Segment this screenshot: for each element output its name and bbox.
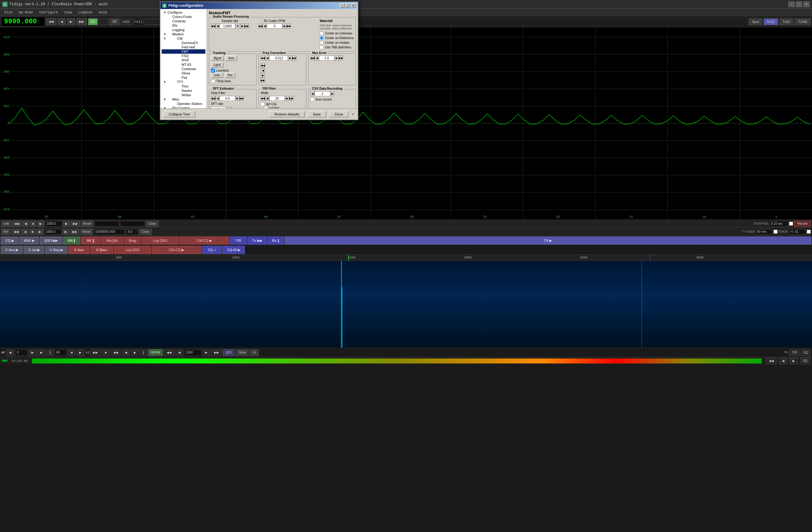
next3-btn[interactable]: ▶▶ (71, 221, 80, 227)
fc-prev-prev[interactable]: ◀◀ (261, 56, 265, 60)
tree-psk[interactable]: Psk (162, 75, 205, 80)
brag-button[interactable]: Brag (125, 236, 141, 245)
cqid-button[interactable]: CQ-ID ▶ (222, 246, 245, 254)
lgnd-button[interactable]: Lgnd (211, 62, 223, 67)
tree-fsq[interactable]: FSQ (162, 54, 205, 58)
tr-button[interactable]: T/R (230, 236, 247, 245)
wf-ff-btn[interactable]: ▶▶ (90, 349, 101, 356)
cincr-button[interactable]: C Incr (68, 246, 90, 254)
menu-view[interactable]: View (61, 10, 75, 15)
sample-rate-prev-prev[interactable]: ◀◀ (211, 24, 215, 29)
rx-text-1[interactable] (94, 221, 119, 227)
unln-button[interactable]: Unln (211, 73, 223, 78)
collapse-tree-button[interactable]: Collapse Tree (163, 111, 195, 117)
interval-input[interactable] (769, 221, 788, 227)
clear-btn-2[interactable]: Clear (139, 229, 152, 235)
call-input[interactable] (121, 19, 133, 25)
toolbar-btn4[interactable]: ▶▶ (76, 18, 87, 25)
df-prev[interactable]: ◀ (215, 96, 220, 101)
wf-freq-prev-btn[interactable]: ◀◀ (164, 349, 174, 356)
tx-button[interactable]: Tx ▶▶ (248, 236, 267, 245)
wf-play-btn[interactable]: ▶ (38, 349, 46, 356)
minimize-button[interactable]: ─ (788, 2, 795, 7)
unk-mode-btn[interactable]: Unk (1, 221, 11, 227)
status-nav-2[interactable]: ◀ (779, 358, 787, 364)
close-button[interactable]: ✕ (803, 2, 810, 7)
cq-plus-button[interactable]: CQ + (202, 246, 222, 254)
norm-button[interactable]: NORM (148, 349, 163, 356)
spot-button[interactable]: Spot (749, 18, 763, 25)
csv-prev[interactable]: ◀ (310, 91, 315, 96)
df-prev-prev[interactable]: ◀◀ (211, 96, 215, 101)
rx-freq-input-2[interactable] (44, 229, 61, 235)
record-btn[interactable]: Record (794, 221, 811, 227)
menu-help[interactable]: Help (96, 10, 110, 15)
prev-prev-btn[interactable]: ◀◀ (12, 221, 21, 227)
stop-btn-2[interactable]: ■ (29, 229, 36, 235)
prev-prev-btn-2[interactable]: ◀◀ (12, 229, 21, 235)
thick-lines-input[interactable] (211, 79, 215, 83)
ans-button[interactable]: ANS ▶ (19, 236, 39, 245)
tree-configure[interactable]: ▼ Configure (162, 10, 205, 15)
rx-text-2[interactable] (120, 221, 145, 227)
fw-next[interactable]: ▶ (285, 96, 289, 101)
save-button[interactable]: Save (308, 111, 326, 117)
wf-freq-input[interactable] (184, 349, 201, 356)
dialog-maximize-btn[interactable]: □ (345, 3, 350, 8)
tree-wefax[interactable]: Wefax (162, 93, 205, 97)
close-dialog-button[interactable]: Close (329, 111, 348, 117)
wf-stop-btn[interactable]: ■ (68, 349, 75, 356)
fc-prev[interactable]: ◀ (265, 56, 269, 60)
tree-modem[interactable]: ▼ Modem (162, 32, 205, 36)
prev-btn-2[interactable]: ◀ (22, 229, 29, 235)
fc-arrow-4[interactable]: ▶▶ (261, 78, 265, 83)
lk-button[interactable]: Lk (250, 349, 259, 356)
sk-button[interactable]: SK ‖ (81, 236, 100, 245)
txid-button[interactable]: TxID (780, 18, 793, 25)
wf-freq-btn[interactable]: ◀ (175, 349, 183, 356)
menu-logbook[interactable]: Logbook (75, 10, 96, 15)
line-axis-input[interactable] (211, 69, 215, 73)
wf-pause2-btn[interactable]: ‖ (140, 349, 147, 356)
csv-next[interactable]: ▶ (330, 91, 334, 96)
me-prev-prev[interactable]: ◀◀ (310, 56, 315, 60)
cq-button[interactable]: CQ ▶ (1, 236, 19, 245)
menu-configure[interactable]: Configure (36, 10, 61, 15)
tree-ifkp[interactable]: IFKP (162, 58, 205, 62)
bgnd-button[interactable]: Bgnd (211, 56, 224, 61)
fw-prev-prev[interactable]: ◀◀ (261, 96, 265, 101)
rx-codec-prev-prev[interactable]: ◀◀ (258, 24, 262, 29)
sample-rate-next-next[interactable]: ▶▶ (245, 24, 249, 29)
tree-operator-station[interactable]: Operator-Station (162, 101, 205, 106)
qso-button[interactable]: QSO ▶▶ (40, 236, 63, 245)
wf-freq-ff-btn[interactable]: ▶▶ (211, 349, 222, 356)
sample-rate-prev[interactable]: ◀ (215, 24, 220, 29)
tree-navtex[interactable]: Navtex (162, 88, 205, 93)
tscale-input[interactable] (755, 229, 773, 235)
wf-prev2-btn[interactable]: ◀ (122, 349, 130, 356)
tune-button[interactable]: TUNE (795, 18, 811, 25)
cans-button[interactable]: C Ans ▶ (1, 246, 23, 254)
sample-rate-next[interactable]: ▶ (240, 24, 245, 29)
rx-disp-button[interactable]: Rx ‖ (267, 236, 284, 245)
off-button[interactable]: Off (110, 18, 119, 25)
bpf-ref-input[interactable] (264, 106, 268, 108)
radio-center-unknown[interactable]: Center on Unknown (320, 31, 354, 35)
wf-stop2-btn[interactable]: ■ (102, 349, 109, 356)
wf-next2-btn[interactable]: ▶ (76, 349, 84, 356)
bpf-unk-checkbox[interactable]: bpf Unk (261, 102, 304, 106)
scale-input[interactable] (789, 229, 806, 235)
tree-fmt[interactable]: FMT (162, 49, 205, 54)
log-qso-2[interactable]: Log QSO (114, 246, 151, 254)
dialog-minimize-btn[interactable]: ─ (340, 3, 345, 8)
tree-ids[interactable]: IDs (162, 23, 205, 28)
me-next-next[interactable]: ▶▶ (339, 56, 343, 60)
line-axis-checkbox[interactable]: Line/Axis (211, 69, 255, 73)
qsy-button[interactable]: QSY (223, 349, 235, 356)
thick-lines-checkbox[interactable]: Thick lines (211, 79, 255, 83)
next-btn-2[interactable]: ▶ (37, 229, 43, 235)
tree-misc[interactable]: ▼ Misc (162, 97, 205, 101)
log-qso-button[interactable]: Log QSO (142, 236, 179, 245)
wf-rew-btn[interactable]: ◀◀ (111, 349, 121, 356)
reset-btn-1[interactable]: Reset (81, 221, 93, 227)
